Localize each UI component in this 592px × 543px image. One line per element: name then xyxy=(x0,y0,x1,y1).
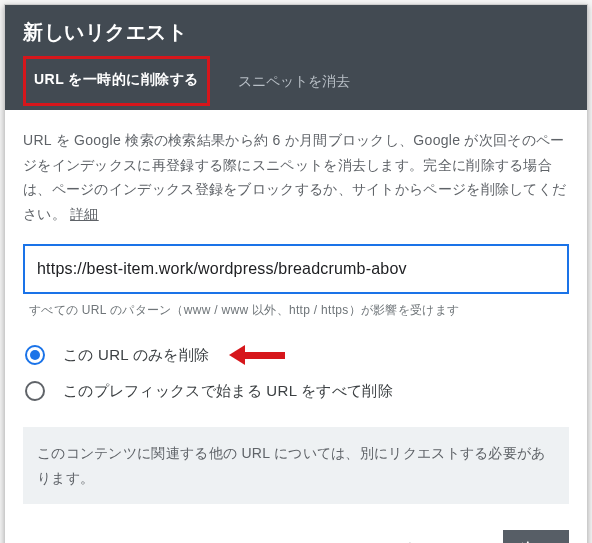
dialog-title: 新しいリクエスト xyxy=(23,19,569,56)
tab-row: URL を一時的に削除する スニペットを消去 xyxy=(23,56,569,110)
radio-selected-icon xyxy=(25,345,45,365)
radio-unselected-icon xyxy=(25,381,45,401)
tab-highlight-box: URL を一時的に削除する xyxy=(23,56,210,106)
new-request-dialog: 新しいリクエスト URL を一時的に削除する スニペットを消去 URL を Go… xyxy=(4,4,588,543)
description-text: URL を Google 検索の検索結果から約 6 か月間ブロックし、Googl… xyxy=(23,128,569,226)
radio-group: この URL のみを削除 このプレフィックスで始まる URL をすべて削除 xyxy=(23,337,569,409)
cancel-button[interactable]: キャンセル xyxy=(392,530,491,543)
radio-label: この URL のみを削除 xyxy=(63,346,209,365)
radio-label: このプレフィックスで始まる URL をすべて削除 xyxy=(63,382,393,401)
dialog-body: URL を Google 検索の検索結果から約 6 か月間ブロックし、Googl… xyxy=(5,110,587,512)
description-content: URL を Google 検索の検索結果から約 6 か月間ブロックし、Googl… xyxy=(23,132,566,222)
related-urls-notice: このコンテンツに関連する他の URL については、別にリクエストする必要がありま… xyxy=(23,427,569,504)
dialog-footer: キャンセル 次へ xyxy=(5,512,587,543)
next-button[interactable]: 次へ xyxy=(503,530,569,543)
tab-temporary-remove[interactable]: URL を一時的に削除する xyxy=(30,61,203,101)
learn-more-link[interactable]: 詳細 xyxy=(70,206,99,222)
url-pattern-hint: すべての URL のパターン（www / www 以外、http / https… xyxy=(23,302,569,319)
dialog-header: 新しいリクエスト URL を一時的に削除する スニペットを消去 xyxy=(5,5,587,110)
radio-option-prefix-urls[interactable]: このプレフィックスで始まる URL をすべて削除 xyxy=(23,373,569,409)
tab-clear-snippet[interactable]: スニペットを消去 xyxy=(234,63,354,103)
red-arrow-icon xyxy=(229,345,285,365)
url-input[interactable] xyxy=(23,244,569,294)
radio-option-this-url-only[interactable]: この URL のみを削除 xyxy=(23,337,569,373)
